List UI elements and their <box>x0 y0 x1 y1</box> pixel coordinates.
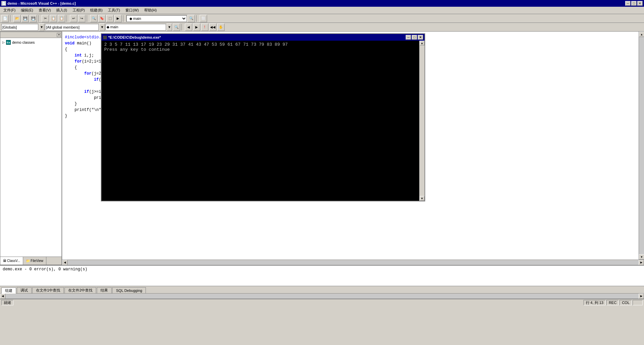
function-dropdown[interactable]: ◆ main <box>126 15 187 22</box>
back-btn[interactable]: ◀ <box>185 24 192 31</box>
hscroll-left-btn[interactable]: ◀ <box>62 260 68 265</box>
app-icon: 📄 <box>1 1 6 6</box>
bottom-content: demo.exe - 0 error(s), 0 warning(s) <box>0 266 644 286</box>
prev-btn[interactable]: ◀◀ <box>209 24 216 31</box>
console-scroll-up[interactable]: ▲ <box>420 41 425 45</box>
console-scrollbar: ▲ ▼ <box>419 41 425 201</box>
title-bar-buttons: ─ □ ✕ <box>625 1 643 6</box>
tab-results[interactable]: 结果 <box>97 287 112 293</box>
classview-icon: 🏛 <box>3 259 6 263</box>
build-output: demo.exe - 0 error(s), 0 warning(s) <box>3 267 87 272</box>
save-button[interactable]: 💾 <box>22 15 29 22</box>
status-rowcol: 行 4, 列 13 <box>583 300 606 305</box>
menu-file[interactable]: 文件(F) <box>1 7 17 13</box>
hscroll-right-btn[interactable]: ▶ <box>639 260 644 265</box>
bottom-hscroll-left[interactable]: ◀ <box>0 294 5 299</box>
minimize-button[interactable]: ─ <box>625 1 631 6</box>
sidebar: ✕ ▷ Ea demo classes 🏛 ClassV... 📁 FileVi… <box>0 32 62 265</box>
toolbar-2: [Globals] ▼ [All global members] ▼ ◆ mai… <box>0 23 644 32</box>
undo-button[interactable]: ↩ <box>70 15 77 22</box>
tab-build[interactable]: 组建 <box>1 288 16 294</box>
go-button[interactable]: 🔍 <box>188 15 195 22</box>
console-output-2: Press any key to continue <box>104 47 416 52</box>
menu-view[interactable]: 查看(V) <box>37 7 53 13</box>
menu-insert[interactable]: 插入(I) <box>54 7 69 13</box>
dropdown-arrow-1[interactable]: ▼ <box>39 24 44 31</box>
search-button[interactable]: 🔍 <box>90 15 97 22</box>
new-button[interactable]: 📄 <box>1 15 9 22</box>
status-right: 行 4, 列 13 REC COL <box>583 300 643 305</box>
status-left: 就绪 <box>1 300 13 305</box>
menu-tools[interactable]: 工具(T) <box>106 7 122 13</box>
sidebar-item-demo-classes[interactable]: ▷ Ea demo classes <box>2 39 60 45</box>
status-bar: 就绪 行 4, 列 13 REC COL <box>0 299 644 306</box>
console-scroll-down[interactable]: ▼ <box>420 196 425 201</box>
tb-btn3[interactable]: ⬚ <box>106 15 114 22</box>
editor-hscroll[interactable]: ◀ ▶ <box>62 260 644 265</box>
console-icon: ⬛ <box>103 36 107 39</box>
globals-dropdown[interactable]: [Globals] <box>1 24 38 31</box>
fileview-label: FileView <box>31 259 43 263</box>
bottom-hscroll[interactable]: ◀ ▶ <box>0 293 644 299</box>
classview-tab[interactable]: 🏛 ClassV... <box>0 257 23 265</box>
classes-label: demo classes <box>12 40 35 44</box>
members-dropdown[interactable]: [All global members] <box>45 24 99 31</box>
class-icon: Ea <box>6 40 11 45</box>
close-button[interactable]: ✕ <box>637 1 643 6</box>
console-close[interactable]: ✕ <box>418 35 423 40</box>
console-title: *E:\CODE\C\Debug\demo.exe* <box>108 35 161 39</box>
toolbar-sep-6 <box>196 15 198 22</box>
menu-build[interactable]: 组建(B) <box>88 7 105 13</box>
bottom-hscroll-right[interactable]: ▶ <box>639 294 644 299</box>
expand-icon: ▷ <box>2 41 5 44</box>
title-bar: 📄 demo - Microsoft Visual C++ - [demo.c]… <box>0 0 644 7</box>
sidebar-titlebar: ✕ <box>0 32 62 38</box>
console-window: ⬛ *E:\CODE\C\Debug\demo.exe* ─ □ ✕ 2 3 5… <box>101 33 425 201</box>
toolbar-1: 📄 📂 💾 💾 ✂ 📋 📋 ↩ ↪ 🔍 🔖 ⬚ ▶ ◆ main 🔍 ⬜ <box>0 14 644 23</box>
save-all-button[interactable]: 💾 <box>30 15 37 22</box>
menu-help[interactable]: 帮助(H) <box>142 7 159 13</box>
console-body: 2 3 5 7 11 13 17 19 23 29 31 37 41 43 47… <box>102 41 425 201</box>
tab-debug[interactable]: 调试 <box>17 287 32 293</box>
cut-button[interactable]: ✂ <box>42 15 49 22</box>
editor-vscroll[interactable]: ▲ ▼ <box>639 32 644 260</box>
tab-sql[interactable]: SQL Debugging <box>112 287 146 293</box>
copy-button[interactable]: 📋 <box>50 15 57 22</box>
context-btn[interactable]: 🔍 <box>173 24 180 31</box>
menu-project[interactable]: 工程(P) <box>71 7 87 13</box>
console-output-1: 2 3 5 7 11 13 17 19 23 29 31 37 41 43 47… <box>104 42 416 47</box>
fwd-btn[interactable]: ▶ <box>193 24 200 31</box>
scroll-up-btn[interactable]: ▲ <box>639 32 644 37</box>
bottom-tab-bar: 组建 调试 在文件1中查找 在文件2中查找 结果 SQL Debugging <box>0 286 644 293</box>
paste-button[interactable]: 📋 <box>58 15 65 22</box>
maximize-button[interactable]: □ <box>631 1 637 6</box>
hscroll-track <box>68 260 639 265</box>
open-button[interactable]: 📂 <box>13 15 21 22</box>
console-minimize[interactable]: ─ <box>406 35 411 40</box>
menu-window[interactable]: 窗口(W) <box>123 7 141 13</box>
toolbar-sep-1 <box>10 15 12 22</box>
scroll-down-btn[interactable]: ▼ <box>639 254 644 260</box>
menu-bar: 文件(F) 编辑(E) 查看(V) 插入(I) 工程(P) 组建(B) 工具(T… <box>0 7 644 14</box>
next-btn[interactable]: ✋ <box>217 24 225 31</box>
bottom-panel: demo.exe - 0 error(s), 0 warning(s) 组建 调… <box>0 265 644 299</box>
error-btn[interactable]: ! <box>201 24 208 31</box>
sidebar-close-button[interactable]: ✕ <box>57 33 61 37</box>
function-select[interactable]: ◆ main <box>106 24 166 31</box>
fileview-tab[interactable]: 📁 FileView <box>23 257 46 265</box>
tab-find1[interactable]: 在文件1中查找 <box>32 287 64 293</box>
redo-button[interactable]: ↪ <box>78 15 85 22</box>
sidebar-tabs: 🏛 ClassV... 📁 FileView <box>0 257 62 265</box>
dropdown-arrow-2[interactable]: ▼ <box>99 24 105 31</box>
menu-edit[interactable]: 编辑(E) <box>19 7 35 13</box>
sidebar-content: ▷ Ea demo classes <box>0 38 62 257</box>
tb-btn5[interactable]: ⬜ <box>200 15 207 22</box>
dropdown-arrow-3[interactable]: ▼ <box>167 24 172 31</box>
title-bar-left: 📄 demo - Microsoft Visual C++ - [demo.c] <box>1 1 76 6</box>
tb-btn4[interactable]: ▶ <box>114 15 122 22</box>
bookmark-button[interactable]: 🔖 <box>98 15 106 22</box>
tab-find2[interactable]: 在文件2中查找 <box>65 287 96 293</box>
console-maximize[interactable]: □ <box>412 35 417 40</box>
console-title-left: ⬛ *E:\CODE\C\Debug\demo.exe* <box>103 35 161 39</box>
toolbar2-sep <box>182 24 184 31</box>
